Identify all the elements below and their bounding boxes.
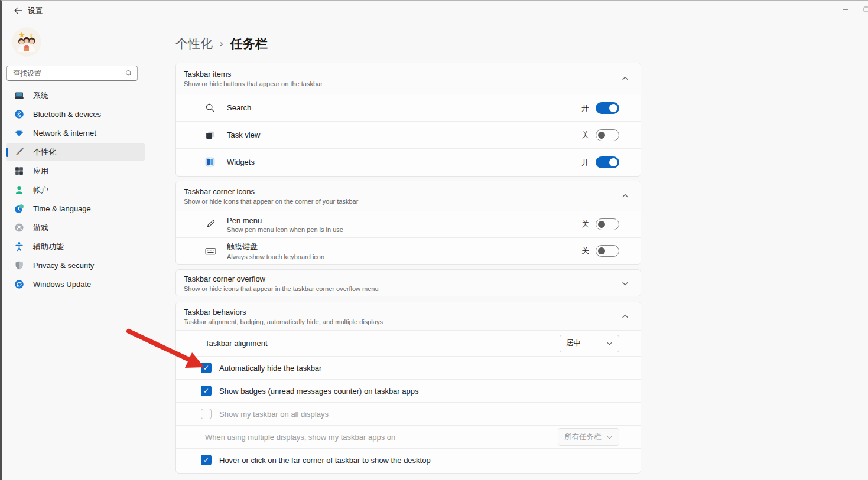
dropdown-value: 居中	[566, 338, 581, 348]
taskbar-alignment-dropdown[interactable]: 居中	[560, 335, 619, 352]
sidebar-item-accounts[interactable]: 帐户	[6, 181, 145, 199]
corner-icons-card: Taskbar corner icons Show or hide icons …	[175, 181, 641, 265]
pen-menu-toggle[interactable]	[596, 218, 619, 230]
selected-indicator	[6, 148, 8, 157]
row-label: Show my taskbar on all displays	[219, 410, 329, 419]
accounts-icon	[14, 185, 24, 195]
sidebar-item-system[interactable]: 系统	[6, 86, 145, 105]
corner-icons-header[interactable]: Taskbar corner icons Show or hide icons …	[176, 181, 641, 211]
card-title: Taskbar items	[184, 70, 622, 79]
card-title: Taskbar corner icons	[184, 187, 622, 196]
sidebar-item-apps[interactable]: 应用	[6, 162, 145, 180]
sidebar-item-label: 辅助功能	[33, 241, 64, 252]
behaviors-header[interactable]: Taskbar behaviors Taskbar alignment, bad…	[176, 302, 641, 330]
multi-display-row: When using multiple displays, show my ta…	[176, 425, 641, 448]
row-label: Show badges (unread messages counter) on…	[219, 387, 418, 396]
sidebar-item-gaming[interactable]: 游戏	[6, 218, 145, 237]
corner-overflow-card: Taskbar corner overflow Show or hide ico…	[175, 269, 641, 296]
search-icon	[205, 103, 218, 113]
breadcrumb-parent[interactable]: 个性化	[175, 35, 213, 52]
avatar	[12, 27, 41, 57]
breadcrumb: 个性化 › 任务栏	[175, 35, 268, 52]
toggle-state-label: 开	[581, 103, 589, 113]
task-view-toggle-row: Task view 关	[176, 121, 641, 148]
task-view-toggle[interactable]	[596, 129, 619, 141]
card-subtitle: Show or hide buttons that appear on the …	[184, 80, 622, 87]
time-language-icon	[14, 204, 24, 214]
page-title: 任务栏	[230, 35, 268, 52]
back-arrow-icon	[14, 7, 22, 14]
privacy-icon	[14, 260, 24, 270]
sidebar-item-label: Network & internet	[33, 129, 96, 138]
minimize-button[interactable]	[835, 1, 855, 18]
taskbar-alignment-row: Taskbar alignment 居中	[176, 330, 641, 356]
behaviors-card: Taskbar behaviors Taskbar alignment, bad…	[175, 302, 641, 474]
chevron-down-icon	[606, 340, 613, 347]
show-badges-row: ✓ Show badges (unread messages counter) …	[176, 379, 641, 402]
sidebar-item-label: Bluetooth & devices	[33, 110, 101, 119]
sidebar-item-personalization[interactable]: 个性化	[6, 143, 145, 161]
toggle-state-label: 开	[581, 157, 589, 168]
task-view-icon	[205, 130, 218, 140]
gaming-icon	[14, 223, 24, 233]
card-title: Taskbar corner overflow	[184, 275, 622, 283]
breadcrumb-separator: ›	[220, 38, 223, 50]
card-subtitle: Show or hide icons that appear in the ta…	[184, 285, 622, 292]
row-label: Automatically hide the taskbar	[219, 364, 321, 373]
row-sublabel: Show pen menu icon when pen is in use	[227, 226, 343, 233]
row-label: When using multiple displays, show my ta…	[205, 433, 395, 442]
auto-hide-checkbox[interactable]: ✓	[201, 363, 212, 373]
all-displays-row: Show my taskbar on all displays	[176, 402, 641, 425]
sidebar-item-network[interactable]: Network & internet	[6, 124, 145, 142]
search-toggle-row: Search 开	[176, 94, 641, 121]
corner-overflow-header[interactable]: Taskbar corner overflow Show or hide ico…	[176, 270, 641, 296]
taskbar-items-card: Taskbar items Show or hide buttons that …	[175, 63, 641, 177]
chevron-down-icon	[622, 280, 629, 287]
sidebar-item-privacy[interactable]: Privacy & security	[6, 256, 145, 275]
pen-menu-row: Pen menu Show pen menu icon when pen is …	[176, 211, 641, 237]
search-input[interactable]	[12, 68, 125, 78]
accessibility-icon	[14, 241, 24, 252]
sidebar-item-time-language[interactable]: Time & language	[6, 200, 145, 218]
check-icon: ✓	[203, 387, 209, 394]
maximize-button[interactable]	[856, 1, 868, 18]
sidebar-item-accessibility[interactable]: 辅助功能	[6, 237, 145, 256]
sidebar-item-label: 帐户	[33, 185, 48, 195]
chevron-up-icon	[622, 192, 629, 200]
dropdown-value: 所有任务栏	[564, 432, 602, 442]
auto-hide-row: ✓ Automatically hide the taskbar	[176, 356, 641, 379]
bluetooth-icon	[14, 109, 24, 119]
hover-corner-checkbox[interactable]: ✓	[201, 455, 212, 465]
chevron-up-icon	[622, 75, 629, 82]
check-icon: ✓	[203, 364, 209, 371]
all-displays-checkbox[interactable]	[201, 409, 212, 419]
widgets-icon	[205, 157, 218, 167]
sidebar-item-windows-update[interactable]: Windows Update	[6, 275, 145, 293]
chevron-up-icon	[622, 313, 629, 320]
sidebar-item-label: 系统	[33, 90, 48, 101]
sidebar-item-label: Privacy & security	[33, 261, 94, 270]
row-label: Taskbar alignment	[205, 339, 268, 348]
row-label: Task view	[227, 130, 260, 139]
touch-keyboard-toggle[interactable]	[596, 245, 619, 257]
touch-keyboard-icon	[205, 247, 218, 256]
widgets-toggle[interactable]	[596, 156, 619, 168]
windows-update-icon	[14, 279, 24, 289]
toggle-state-label: 关	[581, 130, 589, 141]
taskbar-items-header[interactable]: Taskbar items Show or hide buttons that …	[176, 63, 641, 94]
search-toggle[interactable]	[596, 102, 619, 114]
maximize-icon	[863, 6, 868, 12]
row-label: Search	[227, 103, 251, 112]
chevron-down-icon	[606, 434, 613, 440]
show-badges-checkbox[interactable]: ✓	[201, 386, 212, 396]
search-box	[6, 66, 138, 81]
sidebar-item-label: 游戏	[33, 223, 48, 233]
sidebar-item-label: 应用	[33, 166, 48, 177]
row-label: Widgets	[227, 158, 255, 166]
sidebar-item-bluetooth[interactable]: Bluetooth & devices	[6, 105, 145, 123]
personalization-icon	[14, 147, 24, 157]
back-button[interactable]	[10, 4, 25, 17]
apps-icon	[14, 166, 24, 176]
sidebar: 系统 Bluetooth & devices Network & interne…	[2, 19, 149, 480]
check-icon: ✓	[203, 456, 209, 463]
